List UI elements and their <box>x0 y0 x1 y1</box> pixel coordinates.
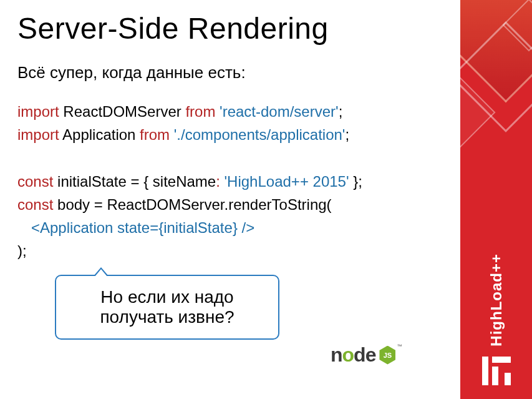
code-punc: }; <box>349 173 362 190</box>
node-logo-text: node <box>331 343 375 367</box>
content-area: Server-Side Rendering Всё супер, когда д… <box>17 11 442 262</box>
pattern-square <box>460 77 496 147</box>
code-line-5: <Application state={initialState} /> <box>17 216 442 239</box>
decorative-pattern <box>460 0 532 187</box>
slide-subtitle: Всё супер, когда данные есть: <box>17 63 442 82</box>
slide-title: Server-Side Rendering <box>17 11 442 46</box>
keyword-import: import <box>17 126 59 143</box>
string-literal: 'react-dom/server' <box>215 103 338 120</box>
code-ident: Application <box>59 126 140 143</box>
sidebar: HighLoad++ <box>460 0 532 399</box>
brand-text: HighLoad++ <box>488 254 505 347</box>
keyword-const: const <box>17 173 53 190</box>
code-ident: initialState = { siteName <box>53 173 216 190</box>
code-colon: : <box>216 173 220 190</box>
pattern-square <box>503 0 532 51</box>
code-line-1: import ReactDOMServer from 'react-dom/se… <box>17 100 442 123</box>
keyword-import: import <box>17 103 59 120</box>
jsx-tag: <Application state={initialState} /> <box>31 219 254 236</box>
code-line-6: ); <box>17 239 442 262</box>
code-blank-line <box>17 146 442 169</box>
code-punc: ); <box>17 242 27 259</box>
node-hex-icon: JS ™ <box>379 346 395 365</box>
callout-text: Но если их надо получать извне? <box>65 287 269 327</box>
code-block: import ReactDOMServer from 'react-dom/se… <box>17 100 442 262</box>
keyword-from: from <box>140 126 170 143</box>
code-punc: ; <box>345 126 349 143</box>
string-literal: './components/application' <box>170 126 345 143</box>
code-line-3: const initialState = { siteName: 'HighLo… <box>17 170 442 193</box>
code-line-4: const body = ReactDOMServer.renderToStri… <box>17 193 442 216</box>
keyword-from: from <box>185 103 215 120</box>
brand-mark-icon <box>482 357 511 385</box>
sidebar-brand: HighLoad++ <box>460 254 532 385</box>
callout-bubble: Но если их надо получать извне? <box>55 275 279 340</box>
code-punc: ; <box>339 103 343 120</box>
trademark: ™ <box>397 343 402 349</box>
code-ident: body = ReactDOMServer.renderToString( <box>53 196 331 213</box>
nodejs-logo: node JS ™ <box>331 343 395 367</box>
code-ident: ReactDOMServer <box>59 103 186 120</box>
slide: Server-Side Rendering Всё супер, когда д… <box>0 0 532 399</box>
hex-icon: JS <box>379 346 395 365</box>
code-line-2: import Application from './components/ap… <box>17 123 442 146</box>
string-literal: 'HighLoad++ 2015' <box>220 173 349 190</box>
keyword-const: const <box>17 196 53 213</box>
